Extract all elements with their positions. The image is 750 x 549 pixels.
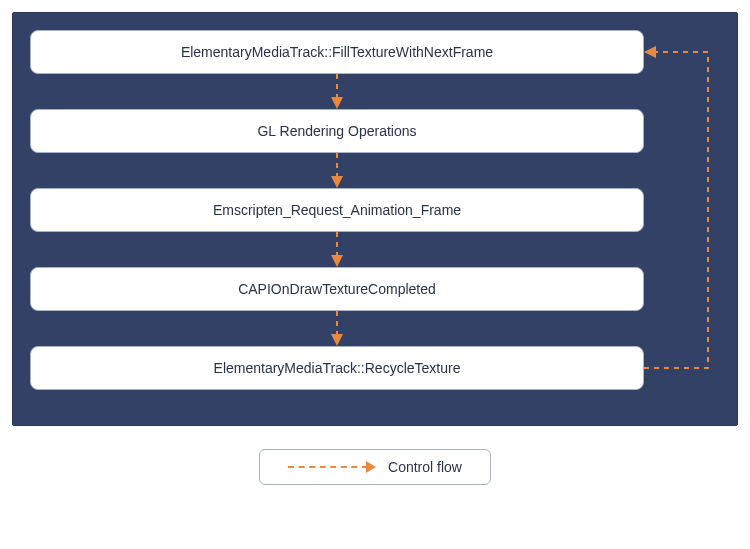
- legend: Control flow: [259, 449, 491, 485]
- node-label: GL Rendering Operations: [257, 123, 416, 139]
- node-fill-texture: ElementaryMediaTrack::FillTextureWithNex…: [30, 30, 644, 74]
- node-label: ElementaryMediaTrack::RecycleTexture: [214, 360, 461, 376]
- node-gl-rendering: GL Rendering Operations: [30, 109, 644, 153]
- node-recycle-texture: ElementaryMediaTrack::RecycleTexture: [30, 346, 644, 390]
- node-label: CAPIOnDrawTextureCompleted: [238, 281, 436, 297]
- legend-label: Control flow: [388, 459, 462, 475]
- legend-arrow-icon: [288, 462, 376, 472]
- diagram-stage: ElementaryMediaTrack::FillTextureWithNex…: [0, 0, 750, 549]
- node-label: Emscripten_Request_Animation_Frame: [213, 202, 461, 218]
- node-request-animation-frame: Emscripten_Request_Animation_Frame: [30, 188, 644, 232]
- node-label: ElementaryMediaTrack::FillTextureWithNex…: [181, 44, 493, 60]
- node-draw-texture-completed: CAPIOnDrawTextureCompleted: [30, 267, 644, 311]
